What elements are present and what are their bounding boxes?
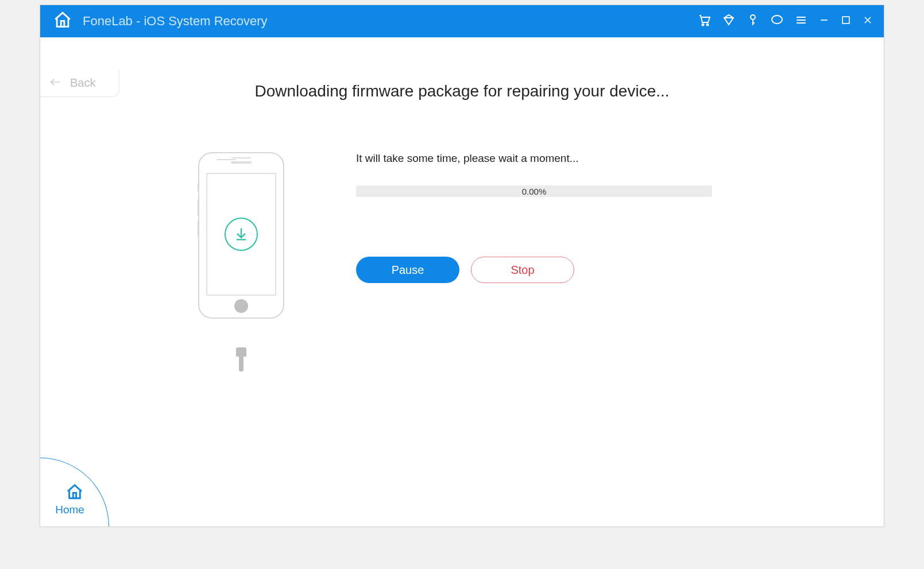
cart-icon[interactable] (698, 13, 712, 29)
page-heading: Downloading firmware package for repairi… (40, 82, 884, 100)
pause-button[interactable]: Pause (356, 257, 459, 283)
app-window: FoneLab - iOS System Recovery (40, 5, 884, 527)
svg-rect-6 (73, 493, 76, 498)
hamburger-menu-icon[interactable] (794, 13, 808, 29)
stop-button[interactable]: Stop (471, 257, 574, 283)
titlebar-icon-group (698, 13, 873, 29)
wait-message: It will take some time, please wait a mo… (356, 152, 724, 165)
home-button[interactable]: Home (40, 458, 109, 527)
diamond-icon[interactable] (722, 13, 736, 29)
app-title: FoneLab - iOS System Recovery (83, 14, 268, 29)
progress-label: 0.00% (522, 187, 547, 196)
maximize-icon[interactable] (840, 14, 852, 28)
download-icon (225, 218, 258, 251)
home-logo-icon (53, 10, 72, 32)
titlebar: FoneLab - iOS System Recovery (40, 5, 884, 37)
svg-point-2 (707, 24, 709, 26)
chat-icon[interactable] (770, 13, 784, 29)
key-icon[interactable] (746, 13, 760, 29)
svg-rect-0 (61, 21, 64, 26)
cable-icon (237, 347, 246, 371)
home-label: Home (55, 504, 84, 516)
svg-point-3 (751, 15, 755, 20)
minimize-icon[interactable] (818, 14, 830, 28)
svg-rect-5 (842, 17, 849, 24)
back-button[interactable]: Back (40, 69, 119, 97)
back-label: Back (70, 76, 95, 90)
close-icon[interactable] (862, 14, 873, 28)
svg-point-1 (702, 24, 704, 26)
phone-illustration (190, 152, 293, 347)
main-content: Back Downloading firmware package for re… (40, 37, 884, 527)
back-arrow-icon (49, 76, 61, 90)
progress-bar: 0.00% (356, 185, 712, 197)
